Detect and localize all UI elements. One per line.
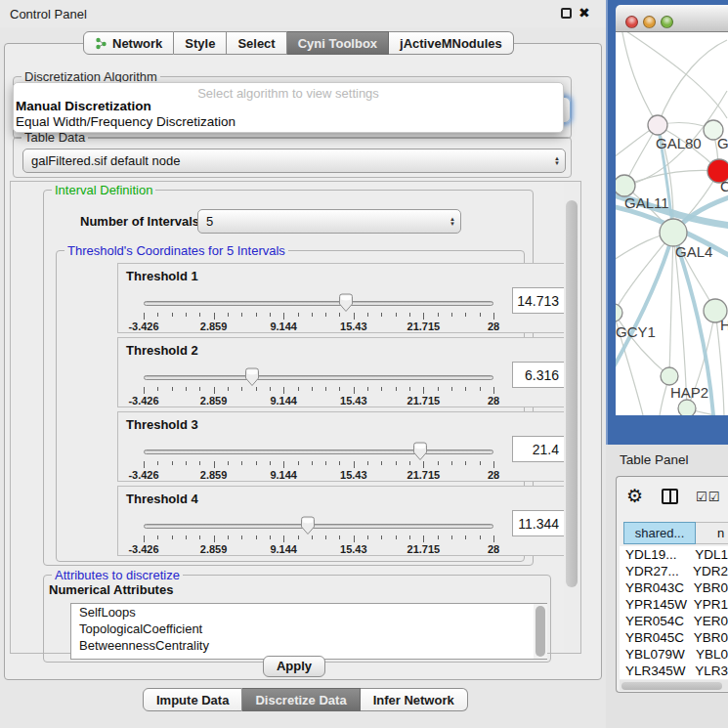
tick-mark xyxy=(157,535,158,539)
node-label: GCY1 xyxy=(616,323,656,340)
close-light[interactable] xyxy=(625,16,638,28)
shared-name-cell: YDL19... xyxy=(620,546,693,563)
tick-mark xyxy=(172,461,173,465)
slider-thumb[interactable] xyxy=(300,516,316,535)
apply-button[interactable]: Apply xyxy=(263,656,325,677)
network-node[interactable] xyxy=(616,304,622,321)
slider-thumb[interactable] xyxy=(244,367,260,387)
slider-thumb[interactable] xyxy=(412,442,428,461)
node-label: HAP2 xyxy=(670,384,708,401)
slider-thumb[interactable] xyxy=(338,293,354,313)
zoom-light[interactable] xyxy=(661,16,673,28)
network-node[interactable] xyxy=(648,115,667,135)
threshold-value-field[interactable]: 14.713 xyxy=(512,287,566,314)
algorithm-option[interactable]: Manual Discretization xyxy=(16,99,151,113)
slider-track[interactable] xyxy=(144,301,493,306)
algorithm-option[interactable]: Equal Width/Frequency Discretization xyxy=(16,114,236,129)
control-panel-titlebar xyxy=(0,0,606,27)
table-row[interactable]: YDL19...YDL1 xyxy=(620,546,728,563)
threshold-slider[interactable]: -3.4262.8599.14415.4321.71528 xyxy=(144,289,493,330)
tick-mark xyxy=(367,535,368,539)
tick-mark xyxy=(228,461,229,465)
table-row[interactable]: YER054CYER0 xyxy=(620,613,728,629)
tick-mark xyxy=(493,461,494,468)
split-columns-icon[interactable] xyxy=(662,489,678,504)
gear-icon[interactable]: ⚙ xyxy=(626,485,643,507)
network-node[interactable] xyxy=(660,219,687,246)
tick-mark xyxy=(423,461,424,468)
checkbox-icons[interactable]: ☑☑ xyxy=(696,490,720,504)
network-node[interactable] xyxy=(616,175,635,196)
tick-mark xyxy=(270,535,271,539)
horizontal-scrollbar[interactable] xyxy=(620,680,728,691)
tick-mark xyxy=(325,461,326,465)
tick-mark xyxy=(325,313,326,317)
attribute-item[interactable]: SelfLoops xyxy=(71,604,546,621)
minimize-light[interactable] xyxy=(643,16,656,28)
attributes-scrollbar[interactable] xyxy=(534,604,547,659)
tick-label: 2.859 xyxy=(200,395,228,407)
float-window-icon[interactable] xyxy=(561,8,572,19)
number-of-intervals-combobox[interactable]: 5 ▲▼ xyxy=(197,209,461,234)
tab-network[interactable]: Network xyxy=(83,31,174,55)
threshold-value-field[interactable]: 6.316 xyxy=(512,362,566,388)
horizontal-scrollbar-thumb[interactable] xyxy=(621,682,722,690)
tab-infer-network[interactable]: Infer Network xyxy=(361,688,468,711)
tick-label: 21.715 xyxy=(407,469,441,481)
network-window-titlebar[interactable] xyxy=(616,5,728,32)
column-header-shared[interactable]: shared... xyxy=(623,522,696,544)
attribute-item[interactable]: BetweennessCentrality xyxy=(71,637,546,654)
tab-cyni-toolbox[interactable]: Cyni Toolbox xyxy=(287,31,389,55)
tick-mark xyxy=(480,461,481,465)
slider-track[interactable] xyxy=(144,524,493,529)
network-canvas[interactable]: GAL80GACGAL11GAL4GCY1HHAP2 xyxy=(616,32,728,415)
tick-mark xyxy=(172,313,173,317)
threshold-slider[interactable]: -3.4262.8599.14415.4321.71528 xyxy=(144,512,493,553)
tab-discretize-data[interactable]: Discretize Data xyxy=(242,688,360,711)
table-row[interactable]: YBL079WYBL0 xyxy=(620,646,728,663)
numerical-attributes-list[interactable]: SelfLoopsTopologicalCoefficientBetweenne… xyxy=(70,603,547,660)
tick-mark xyxy=(339,387,340,391)
tick-label: 21.715 xyxy=(407,543,441,555)
tab-jactivemnodules[interactable]: jActiveMNodules xyxy=(389,31,514,55)
tick-mark xyxy=(381,387,382,391)
stepper-icon[interactable]: ▲▼ xyxy=(445,217,460,227)
slider-track[interactable] xyxy=(144,450,493,454)
tick-mark xyxy=(354,461,355,468)
vertical-scrollbar-thumb[interactable] xyxy=(566,200,578,587)
stepper-icon[interactable]: ▲▼ xyxy=(549,156,565,166)
vertical-scrollbar[interactable] xyxy=(564,183,580,652)
table-row[interactable]: YDR27...YDR2 xyxy=(620,563,728,579)
tick-mark xyxy=(325,535,326,539)
tick-mark xyxy=(354,313,355,320)
table-row[interactable]: YLR345WYLR3 xyxy=(620,663,728,679)
network-graph[interactable]: GAL80GACGAL11GAL4GCY1HHAP2 xyxy=(616,32,728,415)
column-header-name[interactable]: n xyxy=(696,522,728,544)
slider-track[interactable] xyxy=(144,375,493,380)
close-icon[interactable]: ✖ xyxy=(578,5,590,21)
table-row[interactable]: YPR145WYPR1 xyxy=(620,596,728,613)
tick-mark xyxy=(157,313,158,317)
tick-label: -3.426 xyxy=(128,469,158,481)
shared-name-cell: YDR27... xyxy=(620,563,691,579)
network-node[interactable] xyxy=(678,400,696,415)
threshold-value-field[interactable]: 11.344 xyxy=(512,510,566,536)
group-title: Interval Definition xyxy=(52,183,155,197)
group-title: Attributes to discretize xyxy=(52,568,183,582)
tab-select[interactable]: Select xyxy=(227,31,286,55)
tab-style[interactable]: Style xyxy=(174,31,227,55)
attribute-item[interactable]: TopologicalCoefficient xyxy=(71,621,546,637)
threshold-value-field[interactable]: 21.4 xyxy=(512,436,566,462)
threshold-label: Threshold 3 xyxy=(126,417,198,432)
table-row[interactable]: YBR045CYBR0 xyxy=(620,629,728,646)
name-cell: YDL1 xyxy=(693,546,728,563)
tick-label: 9.144 xyxy=(270,395,297,407)
table-data-combobox[interactable]: galFiltered.sif default node ▲▼ xyxy=(22,149,566,173)
algorithm-dropdown-popup: Select algorithm to view settings Manual… xyxy=(13,82,564,133)
threshold-slider[interactable]: -3.4262.8599.14415.4321.71528 xyxy=(144,364,493,405)
threshold-slider[interactable]: -3.4262.8599.14415.4321.71528 xyxy=(144,438,493,479)
network-node[interactable] xyxy=(661,367,678,385)
table-row[interactable]: YBR043CYBR0 xyxy=(620,579,728,596)
threshold-panel: Threshold 2-3.4262.8599.14415.4321.71528… xyxy=(117,337,573,407)
tab-impute-data[interactable]: Impute Data xyxy=(143,688,242,711)
